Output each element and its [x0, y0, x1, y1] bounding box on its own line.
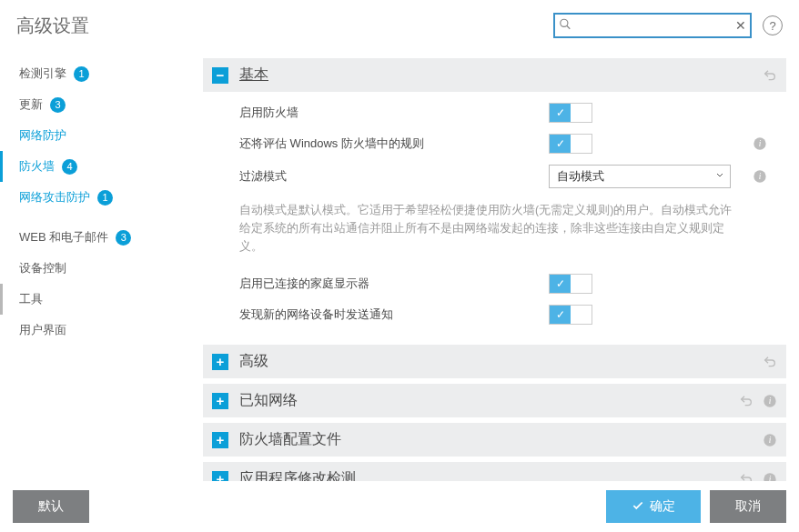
- svg-text:i: i: [769, 475, 772, 481]
- section-header-profiles[interactable]: + 防火墙配置文件 i: [203, 423, 786, 457]
- section-app-mod: + 应用程序修改检测 i: [203, 462, 786, 481]
- sidebar-badge: 3: [50, 97, 66, 113]
- info-icon[interactable]: i: [763, 472, 777, 482]
- default-button[interactable]: 默认: [13, 490, 89, 523]
- section-known-networks: + 已知网络 i: [203, 384, 786, 417]
- row-label: 还将评估 Windows 防火墙中的规则: [239, 136, 549, 152]
- expand-icon[interactable]: +: [212, 471, 228, 482]
- section-advanced: + 高级: [203, 345, 786, 378]
- undo-icon[interactable]: [763, 68, 777, 83]
- sidebar-item-network-protection[interactable]: 网络防护: [0, 120, 196, 151]
- toggle-notify-new-device[interactable]: ✓: [549, 305, 592, 325]
- sidebar-item-ui[interactable]: 用户界面: [0, 315, 196, 346]
- sidebar-badge: 3: [116, 230, 131, 246]
- svg-text:i: i: [769, 436, 772, 445]
- help-icon[interactable]: ?: [763, 15, 783, 35]
- sidebar-badge: 4: [62, 159, 77, 175]
- svg-text:i: i: [759, 172, 762, 181]
- cancel-button[interactable]: 取消: [710, 490, 786, 523]
- search-wrap: ✕: [553, 13, 752, 38]
- check-icon: ✓: [556, 308, 565, 321]
- row-label: 启用已连接的家庭显示器: [239, 276, 549, 292]
- info-icon[interactable]: i: [763, 394, 777, 408]
- sidebar-item-web-email[interactable]: WEB 和电子邮件 3: [0, 222, 196, 253]
- collapse-icon[interactable]: −: [212, 67, 228, 84]
- section-header-app-mod[interactable]: + 应用程序修改检测 i: [203, 462, 786, 481]
- row-label: 启用防火墙: [239, 105, 549, 121]
- sidebar-item-label: 设备控制: [19, 260, 66, 276]
- section-title: 防火墙配置文件: [239, 430, 763, 449]
- sidebar-item-label: 防火墙: [19, 158, 55, 175]
- main-content: − 基本 启用防火墙 ✓: [196, 51, 799, 481]
- select-filter-mode[interactable]: 自动模式: [549, 165, 731, 188]
- section-title: 应用程序修改检测: [239, 469, 739, 481]
- row-notify-new-device: 发现新的网络设备时发送通知 ✓: [203, 299, 786, 330]
- undo-icon[interactable]: [739, 394, 753, 408]
- sidebar-badge: 1: [97, 190, 113, 206]
- check-icon: ✓: [556, 137, 565, 150]
- svg-text:i: i: [769, 396, 772, 406]
- sidebar-badge: 1: [74, 66, 89, 82]
- page-title: 高级设置: [16, 14, 553, 38]
- section-header-known-networks[interactable]: + 已知网络 i: [203, 384, 786, 417]
- sidebar-item-update[interactable]: 更新 3: [0, 89, 196, 120]
- search-input[interactable]: [553, 13, 752, 38]
- page-header: 高级设置 ✕ ?: [0, 0, 799, 51]
- row-label: 过滤模式: [239, 168, 549, 185]
- sidebar-item-label: 用户界面: [19, 322, 66, 338]
- section-header-basic[interactable]: − 基本: [203, 58, 786, 92]
- filter-mode-description: 自动模式是默认模式。它适用于希望轻松便捷使用防火墙(无需定义规则)的用户。自动模…: [203, 194, 786, 268]
- sidebar-item-firewall[interactable]: 防火墙 4: [0, 151, 196, 182]
- sidebar-item-tools[interactable]: 工具: [0, 284, 196, 315]
- section-header-advanced[interactable]: + 高级: [203, 345, 786, 378]
- ok-button[interactable]: 确定: [606, 490, 701, 523]
- sidebar: 检测引擎 1 更新 3 网络防护 防火墙 4 网络攻击防护 1 WEB 和电子邮…: [0, 51, 196, 481]
- expand-icon[interactable]: +: [212, 354, 228, 370]
- undo-icon[interactable]: [763, 355, 777, 369]
- section-profiles: + 防火墙配置文件 i: [203, 423, 786, 457]
- sidebar-item-detection-engine[interactable]: 检测引擎 1: [0, 58, 196, 89]
- sidebar-item-label: 网络防护: [19, 127, 66, 144]
- button-label: 确定: [650, 498, 675, 515]
- check-icon: ✓: [556, 106, 565, 119]
- section-title: 基本: [239, 65, 763, 85]
- footer: 默认 确定 取消: [0, 481, 799, 532]
- expand-icon[interactable]: +: [212, 432, 228, 448]
- check-icon: [632, 499, 644, 515]
- row-eval-windows-rules: 还将评估 Windows 防火墙中的规则 ✓ i: [203, 128, 786, 159]
- section-basic: − 基本 启用防火墙 ✓: [203, 58, 786, 339]
- svg-text:i: i: [759, 139, 762, 148]
- info-icon[interactable]: i: [753, 169, 767, 184]
- check-icon: ✓: [556, 277, 565, 290]
- sidebar-item-label: WEB 和电子邮件: [19, 229, 108, 246]
- undo-icon[interactable]: [739, 472, 753, 482]
- clear-icon[interactable]: ✕: [735, 18, 746, 33]
- toggle-enable-firewall[interactable]: ✓: [549, 103, 592, 123]
- section-title: 已知网络: [239, 391, 739, 410]
- section-body-basic: 启用防火墙 ✓ 还将评估 Windows 防火墙中的规则 ✓: [203, 92, 786, 339]
- sidebar-item-label: 网络攻击防护: [19, 189, 90, 206]
- button-label: 取消: [735, 498, 761, 515]
- section-title: 高级: [239, 352, 763, 371]
- button-label: 默认: [38, 498, 64, 515]
- expand-icon[interactable]: +: [212, 393, 228, 409]
- toggle-home-monitor[interactable]: ✓: [549, 274, 592, 294]
- select-value: 自动模式: [557, 168, 604, 185]
- row-filter-mode: 过滤模式 自动模式 i: [203, 159, 786, 194]
- info-icon[interactable]: i: [753, 136, 767, 151]
- sidebar-item-device-control[interactable]: 设备控制: [0, 253, 196, 284]
- toggle-eval-windows-rules[interactable]: ✓: [549, 134, 592, 154]
- info-icon[interactable]: i: [763, 433, 777, 447]
- row-home-monitor: 启用已连接的家庭显示器 ✓: [203, 268, 786, 299]
- sidebar-item-label: 更新: [19, 96, 43, 113]
- sidebar-item-label: 检测引擎: [19, 65, 66, 82]
- sidebar-item-label: 工具: [19, 291, 43, 307]
- row-enable-firewall: 启用防火墙 ✓: [203, 97, 786, 128]
- row-label: 发现新的网络设备时发送通知: [239, 306, 549, 323]
- sidebar-item-network-attack[interactable]: 网络攻击防护 1: [0, 182, 196, 213]
